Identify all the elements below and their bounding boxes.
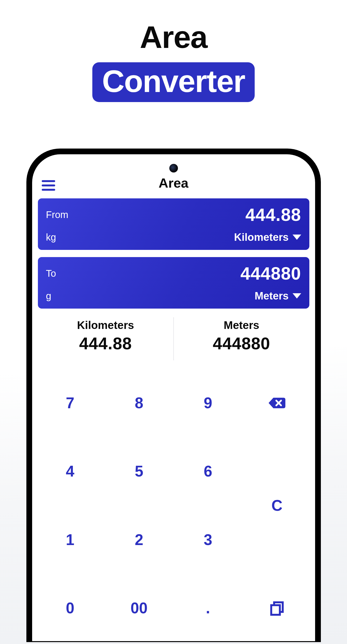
phone-side-button xyxy=(26,283,27,330)
phone-side-button xyxy=(320,278,321,345)
key-4[interactable]: 4 xyxy=(37,438,104,504)
menu-icon[interactable] xyxy=(42,180,55,191)
from-unit-select[interactable]: Kilometers xyxy=(234,231,301,243)
key-1[interactable]: 1 xyxy=(37,507,104,573)
to-unit-label: Meters xyxy=(255,290,289,302)
phone-side-button xyxy=(26,340,27,388)
readout-right-value: 444880 xyxy=(174,334,309,353)
from-unit-label: Kilometers xyxy=(234,231,288,243)
readout-right: Meters 444880 xyxy=(173,317,309,360)
clear-button[interactable]: C xyxy=(244,438,310,573)
key-2[interactable]: 2 xyxy=(106,507,172,573)
app-bar: Area xyxy=(32,154,315,195)
chevron-down-icon xyxy=(292,293,301,298)
to-value[interactable]: 444880 xyxy=(240,263,301,284)
conversion-cards: From 444.88 kg Kilometers To 444880 g Me… xyxy=(32,195,315,308)
to-label: To xyxy=(46,268,240,279)
front-camera xyxy=(169,164,178,172)
from-abbr: kg xyxy=(46,232,234,243)
from-label: From xyxy=(46,210,234,220)
readout-right-unit: Meters xyxy=(174,319,309,332)
readout-left-value: 444.88 xyxy=(38,334,173,353)
from-card: From 444.88 kg Kilometers xyxy=(38,198,309,250)
to-abbr: g xyxy=(46,290,240,302)
to-card: To 444880 g Meters xyxy=(38,257,309,308)
phone-side-button xyxy=(26,244,27,273)
key-00[interactable]: 00 xyxy=(106,575,172,641)
copy-icon xyxy=(269,600,285,616)
from-value[interactable]: 444.88 xyxy=(245,204,301,225)
key-3[interactable]: 3 xyxy=(175,507,241,573)
key-0[interactable]: 0 xyxy=(37,575,104,641)
key-decimal[interactable]: . xyxy=(175,575,241,641)
to-unit-select[interactable]: Meters xyxy=(255,290,301,302)
readout-row: Kilometers 444.88 Meters 444880 xyxy=(32,317,315,360)
phone-screen: Area From 444.88 kg Kilometers To 444880… xyxy=(32,154,315,641)
key-9[interactable]: 9 xyxy=(175,370,241,436)
page-title: Area xyxy=(32,175,315,191)
readout-left-unit: Kilometers xyxy=(38,319,173,332)
chevron-down-icon xyxy=(292,234,301,240)
copy-button[interactable] xyxy=(244,575,310,641)
backspace-button[interactable] xyxy=(244,370,310,436)
promo-headline: Area Converter xyxy=(0,0,347,102)
key-5[interactable]: 5 xyxy=(106,438,172,504)
backspace-icon xyxy=(268,397,286,409)
readout-left: Kilometers 444.88 xyxy=(38,317,173,360)
key-6[interactable]: 6 xyxy=(175,438,241,504)
phone-frame: Area From 444.88 kg Kilometers To 444880… xyxy=(26,148,321,642)
svg-rect-1 xyxy=(271,605,280,615)
key-8[interactable]: 8 xyxy=(106,370,172,436)
keypad: 7 8 9 4 5 6 C 1 2 3 0 00 . xyxy=(32,360,315,641)
promo-line1: Area xyxy=(0,19,347,55)
key-7[interactable]: 7 xyxy=(37,370,104,436)
promo-line2: Converter xyxy=(92,62,254,102)
